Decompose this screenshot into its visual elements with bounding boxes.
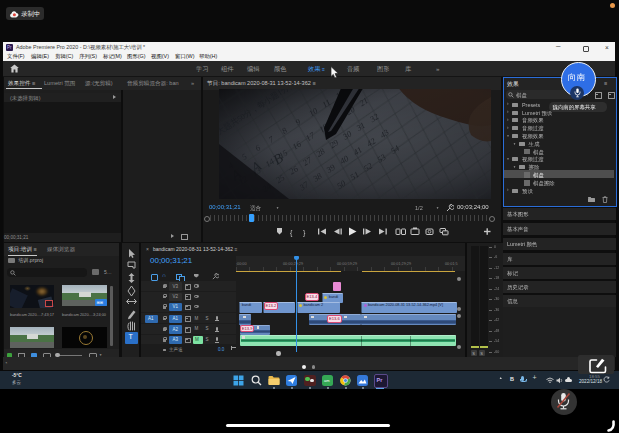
svg-text:{: { bbox=[290, 229, 293, 237]
svg-text:}: } bbox=[303, 229, 306, 237]
